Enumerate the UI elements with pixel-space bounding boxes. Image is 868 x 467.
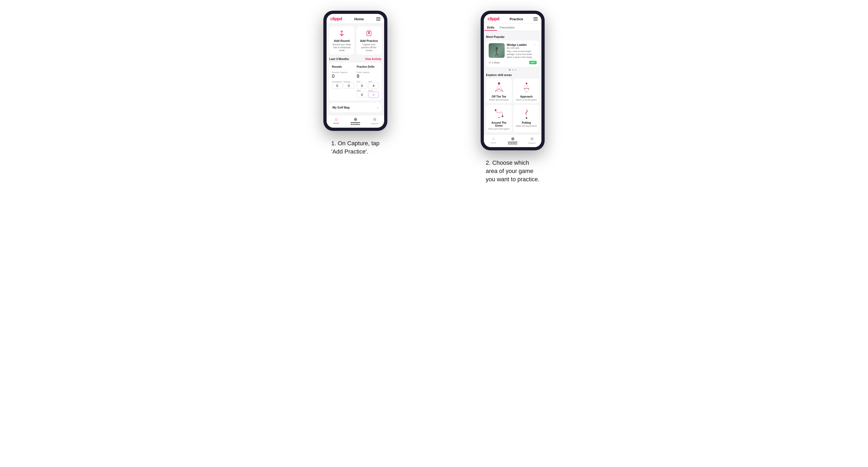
phone2-nav-capture[interactable]: ⊕ Capture [522,136,541,145]
dot-3 [515,69,516,71]
shots-count: 9 shots [492,61,500,64]
nav-capture[interactable]: ⊕ Capture [365,117,384,126]
activities-icon: ⊕ [354,117,357,122]
skill-card-around-the-green[interactable]: Around The Green Hone your short game [486,105,512,132]
phone2-hamburger-icon[interactable] [533,17,538,21]
svg-point-4 [496,47,498,49]
practice-value: 0 [344,83,354,89]
add-practice-card[interactable]: Add Practice Capture your practice off-t… [356,26,381,55]
phone2-nav-home-label: Home [491,142,496,144]
phone2-activities-icon: ⊕ [511,136,515,141]
view-activity-link[interactable]: View Activity [365,58,381,61]
skill-card-approach[interactable]: Approach Dial-in to hit the green [514,79,539,103]
phone1-section: clippd Home [287,11,423,156]
capture-icon: ⊕ [373,117,376,122]
nav-home-label: Home [333,122,339,124]
tab-bar: Drills Favourites [484,24,541,31]
phone2-shell: clippd Practice Drills Favourites Most P… [480,11,545,150]
rounds-col-title: Rounds [332,65,354,69]
ott-label: OTT [357,81,367,83]
drill-card[interactable]: Wedge Ladder ☆ 50–100 yds Play 1 shot at… [486,40,539,67]
caption1: 1. On Capture, tap 'Add Practice'. [331,139,380,156]
around-the-green-visual [492,107,506,120]
practice-stat: Practice 0 [344,81,354,89]
phone1-bottom-nav: ⌂ Home ⊕ Activities ⊕ Capture [327,115,384,128]
drills-col-title: Practice Drills [357,65,379,69]
phone2-logo: clippd [488,17,499,21]
skill-around-green-title: Around The Green [488,121,510,127]
phone2-body: Most Popular [484,33,541,134]
stats-row: Rounds Rounds Capture 0 Tournament 0 [332,65,379,98]
phone2-title: Practice [510,17,523,21]
golfer-silhouette-icon [493,46,501,57]
skill-card-putting[interactable]: Putting Make and lag practice [514,105,539,132]
dot-2 [512,69,514,71]
svg-point-7 [495,109,496,111]
golf-bag-label: My Golf Bag [333,106,349,109]
app-label: APP [368,81,379,83]
drills-capture-label: Drills Capture [357,71,379,73]
phone1-body: Add Round Record your shots fast or enha… [327,24,384,115]
skill-around-green-desc: Hone your short game [488,128,509,130]
home-icon: ⌂ [335,117,338,122]
drill-thumb-img [489,43,505,58]
app-value: 4 [368,83,379,89]
skill-card-off-the-tee[interactable]: Off The Tee Power and accuracy [486,79,512,103]
hamburger-icon[interactable] [376,17,380,21]
phone2-nav-capture-label: Capture [528,142,535,144]
approach-visual [520,81,533,94]
putting-visual [520,107,533,120]
drill-card-inner: Wedge Ladder ☆ 50–100 yds Play 1 shot at… [489,43,537,59]
tab-favourites[interactable]: Favourites [497,24,518,31]
tournament-label: Tournament [332,81,343,83]
rounds-col: Rounds Rounds Capture 0 Tournament 0 [332,65,354,98]
drills-capture-value: 8 [357,73,379,79]
arg-label: ARG [357,90,367,92]
nav-activities[interactable]: ⊕ Activities [346,117,365,126]
phone2-home-icon: ⌂ [492,136,495,141]
add-practice-desc: Capture your practice off-the-course [359,43,379,52]
phone1-shell: clippd Home [323,11,388,131]
star-icon[interactable]: ☆ [534,43,537,46]
phone2-nav-activities[interactable]: ⊕ Activities [503,136,522,145]
drill-title: Wedge Ladder [507,43,527,46]
golf-bag-chevron-icon: › [377,105,378,110]
skill-grid: Off The Tee Power and accuracy [486,79,539,132]
skill-approach-title: Approach [520,95,533,98]
svg-point-6 [526,83,527,84]
add-practice-title: Add Practice [360,39,378,42]
svg-rect-1 [341,34,342,36]
golf-bag-row[interactable]: My Golf Bag › [329,103,381,112]
phone2-section: clippd Practice Drills Favourites Most P… [445,11,581,184]
add-round-card[interactable]: Add Round Record your shots fast or enha… [329,26,354,55]
arg-value: 0 [357,92,367,98]
putt-label: PUTT [368,90,379,92]
rounds-capture-item: Rounds Capture 0 [332,71,354,79]
phone1-title: Home [354,17,364,21]
drills-capture-item: Drills Capture 8 [357,71,379,79]
phone2-nav-activities-label: Activities [508,142,518,145]
phone2-bottom-nav: ⌂ Home ⊕ Activities ⊕ Capture [484,134,541,147]
drill-yardage: 50–100 yds [507,46,537,49]
nav-activities-label: Activities [350,122,360,126]
phone1-logo: clippd [330,17,342,21]
skill-putting-title: Putting [522,121,531,124]
last-months-header: Last 3 Months View Activity [329,57,381,61]
svg-point-3 [368,32,370,34]
phone2-nav-home[interactable]: ⌂ Home [484,136,503,145]
skill-off-the-tee-title: Off The Tee [492,95,506,98]
rounds-capture-label: Rounds Capture [332,71,354,73]
tournament-stat: Tournament 0 [332,81,343,89]
drills-mini-grid: OTT 0 APP 4 ARG 0 [357,81,379,98]
nav-home[interactable]: ⌂ Home [327,117,346,126]
nav-capture-label: Capture [371,122,378,125]
phone2-topbar: clippd Practice [484,14,541,24]
add-round-desc: Record your shots fast or enhanced mode [331,43,352,52]
page-container: clippd Home [287,11,581,184]
svg-point-10 [526,117,527,119]
tab-drills[interactable]: Drills [485,24,497,31]
svg-point-9 [498,117,500,118]
clock-icon: ⏱ [489,61,491,64]
drills-col: Practice Drills Drills Capture 8 OTT 0 [357,65,379,98]
shots-label: ⏱ 9 shots [489,61,500,64]
